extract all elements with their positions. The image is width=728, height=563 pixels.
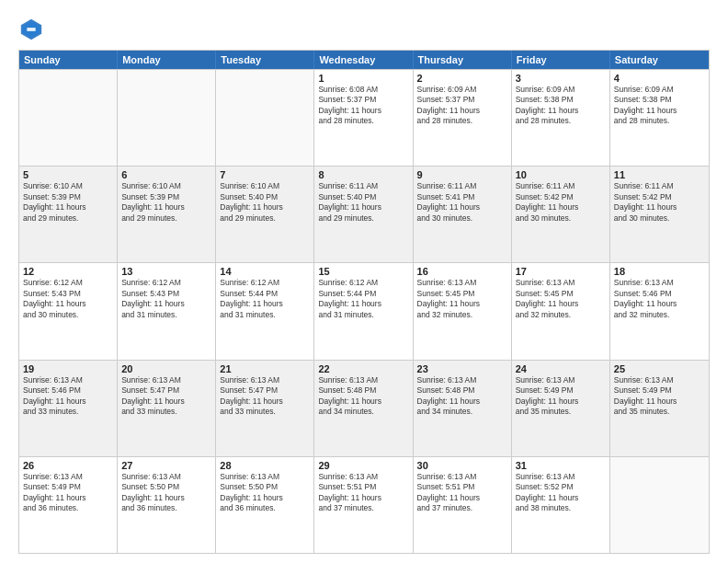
table-row: 27Sunrise: 6:13 AMSunset: 5:50 PMDayligh… <box>118 457 216 553</box>
cell-line: and 36 minutes. <box>121 503 211 513</box>
cell-line: Sunrise: 6:12 AM <box>220 278 310 288</box>
cell-line: Daylight: 11 hours <box>614 202 705 213</box>
cell-line: Daylight: 11 hours <box>516 106 606 116</box>
week-row-3: 12Sunrise: 6:12 AMSunset: 5:43 PMDayligh… <box>19 262 709 359</box>
day-number: 10 <box>516 169 606 180</box>
cell-line: and 32 minutes. <box>417 310 507 320</box>
cell-line: Sunset: 5:43 PM <box>121 289 211 299</box>
cell-line: Sunset: 5:48 PM <box>417 385 507 396</box>
cell-line: Sunset: 5:38 PM <box>614 95 705 105</box>
cell-line: Sunrise: 6:13 AM <box>23 472 113 482</box>
table-row: 7Sunrise: 6:10 AMSunset: 5:40 PMDaylight… <box>216 167 314 262</box>
cell-line: Sunrise: 6:13 AM <box>516 278 606 288</box>
cell-line: Sunrise: 6:10 AM <box>23 181 113 191</box>
cell-line: Daylight: 11 hours <box>220 202 310 213</box>
cell-line: Sunset: 5:44 PM <box>318 289 408 299</box>
day-number: 20 <box>121 363 211 374</box>
cell-line: Sunset: 5:39 PM <box>121 192 211 202</box>
cell-line: and 31 minutes. <box>220 310 310 320</box>
cell-line: and 32 minutes. <box>614 310 705 320</box>
cell-line: Sunset: 5:46 PM <box>614 289 705 299</box>
cell-line: Daylight: 11 hours <box>318 106 408 116</box>
header-day-thursday: Thursday <box>414 51 512 69</box>
table-row: 10Sunrise: 6:11 AMSunset: 5:42 PMDayligh… <box>512 167 610 262</box>
table-row: 30Sunrise: 6:13 AMSunset: 5:51 PMDayligh… <box>414 457 512 553</box>
cell-line: Sunset: 5:45 PM <box>417 289 507 299</box>
day-number: 16 <box>417 266 507 277</box>
cell-line: and 37 minutes. <box>417 503 507 513</box>
cell-line: and 28 minutes. <box>318 116 408 126</box>
cell-line: Sunset: 5:48 PM <box>318 385 408 396</box>
table-row: 2Sunrise: 6:09 AMSunset: 5:37 PMDaylight… <box>414 70 512 166</box>
cell-line: and 29 minutes. <box>318 213 408 224</box>
cell-line: Sunset: 5:40 PM <box>318 192 408 202</box>
cell-line: and 28 minutes. <box>516 116 606 126</box>
cell-line: Sunrise: 6:13 AM <box>614 375 705 385</box>
table-row: 26Sunrise: 6:13 AMSunset: 5:49 PMDayligh… <box>19 457 118 553</box>
cell-line: and 31 minutes. <box>121 310 211 320</box>
cell-line: Daylight: 11 hours <box>614 106 705 116</box>
cell-line: Sunrise: 6:12 AM <box>121 278 211 288</box>
table-row: 3Sunrise: 6:09 AMSunset: 5:38 PMDaylight… <box>512 70 610 166</box>
cell-line: Sunrise: 6:13 AM <box>516 472 606 482</box>
cell-line: Daylight: 11 hours <box>220 396 310 407</box>
day-number: 3 <box>516 73 606 84</box>
table-row: 29Sunrise: 6:13 AMSunset: 5:51 PMDayligh… <box>314 457 413 553</box>
day-number: 24 <box>516 363 606 374</box>
cell-line: Sunset: 5:50 PM <box>121 482 211 492</box>
table-row <box>118 70 216 166</box>
header-day-tuesday: Tuesday <box>216 51 314 69</box>
cell-line: Sunrise: 6:11 AM <box>614 181 705 191</box>
day-number: 7 <box>220 169 310 180</box>
cell-line: Sunset: 5:49 PM <box>516 385 606 396</box>
cell-line: Daylight: 11 hours <box>220 299 310 309</box>
cell-line: and 36 minutes. <box>220 503 310 513</box>
cell-line: Sunrise: 6:12 AM <box>23 278 113 288</box>
header-day-monday: Monday <box>118 51 216 69</box>
cell-line: Sunset: 5:47 PM <box>220 385 310 396</box>
table-row <box>19 70 118 166</box>
day-number: 6 <box>121 169 211 180</box>
calendar: SundayMondayTuesdayWednesdayThursdayFrid… <box>18 50 710 554</box>
table-row: 13Sunrise: 6:12 AMSunset: 5:43 PMDayligh… <box>118 263 216 359</box>
cell-line: Sunset: 5:41 PM <box>417 192 507 202</box>
cell-line: Sunrise: 6:11 AM <box>417 181 507 191</box>
calendar-body: 1Sunrise: 6:08 AMSunset: 5:37 PMDaylight… <box>19 69 709 553</box>
cell-line: Daylight: 11 hours <box>121 396 211 407</box>
day-number: 30 <box>417 460 507 471</box>
cell-line: Sunrise: 6:11 AM <box>516 181 606 191</box>
week-row-5: 26Sunrise: 6:13 AMSunset: 5:49 PMDayligh… <box>19 456 709 553</box>
day-number: 8 <box>318 169 408 180</box>
cell-line: and 35 minutes. <box>614 407 705 417</box>
cell-line: Sunrise: 6:13 AM <box>220 375 310 385</box>
cell-line: Sunrise: 6:13 AM <box>516 375 606 385</box>
cell-line: and 36 minutes. <box>23 503 113 513</box>
table-row: 12Sunrise: 6:12 AMSunset: 5:43 PMDayligh… <box>19 263 118 359</box>
cell-line: Daylight: 11 hours <box>417 299 507 309</box>
day-number: 4 <box>614 73 705 84</box>
cell-line: Sunset: 5:43 PM <box>23 289 113 299</box>
cell-line: Sunset: 5:42 PM <box>614 192 705 202</box>
day-number: 9 <box>417 169 507 180</box>
cell-line: Sunrise: 6:13 AM <box>121 472 211 482</box>
cell-line: and 34 minutes. <box>318 407 408 417</box>
cell-line: Daylight: 11 hours <box>23 202 113 213</box>
cell-line: Daylight: 11 hours <box>417 396 507 407</box>
cell-line: Daylight: 11 hours <box>121 493 211 503</box>
table-row: 20Sunrise: 6:13 AMSunset: 5:47 PMDayligh… <box>118 361 216 456</box>
week-row-4: 19Sunrise: 6:13 AMSunset: 5:46 PMDayligh… <box>19 360 709 456</box>
table-row: 25Sunrise: 6:13 AMSunset: 5:49 PMDayligh… <box>610 361 709 456</box>
week-row-1: 1Sunrise: 6:08 AMSunset: 5:37 PMDaylight… <box>19 69 709 166</box>
week-row-2: 5Sunrise: 6:10 AMSunset: 5:39 PMDaylight… <box>19 166 709 262</box>
cell-line: Sunrise: 6:11 AM <box>318 181 408 191</box>
cell-line: Daylight: 11 hours <box>516 493 606 503</box>
cell-line: Sunset: 5:51 PM <box>318 482 408 492</box>
cell-line: Sunrise: 6:13 AM <box>23 375 113 385</box>
cell-line: and 29 minutes. <box>220 213 310 224</box>
cell-line: Sunset: 5:39 PM <box>23 192 113 202</box>
cell-line: Daylight: 11 hours <box>614 396 705 407</box>
cell-line: Sunrise: 6:13 AM <box>417 278 507 288</box>
cell-line: and 30 minutes. <box>516 213 606 224</box>
logo <box>18 17 48 42</box>
table-row: 15Sunrise: 6:12 AMSunset: 5:44 PMDayligh… <box>314 263 413 359</box>
